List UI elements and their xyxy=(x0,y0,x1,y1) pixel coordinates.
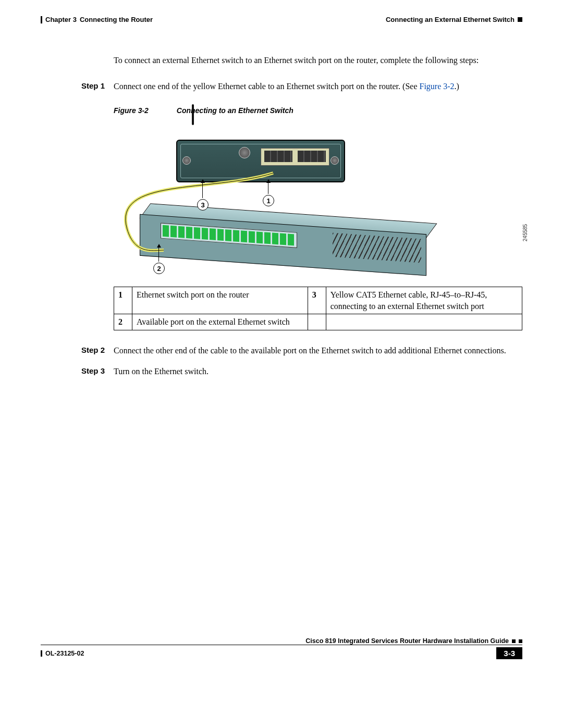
figure-xref[interactable]: Figure 3-2 xyxy=(419,82,454,91)
page-number: 3-3 xyxy=(496,647,522,659)
figure-title: Connecting to an Ethernet Switch xyxy=(177,106,293,115)
table-row: 2 Available port on the external Etherne… xyxy=(114,314,522,330)
legend-3-num: 3 xyxy=(308,287,326,314)
legend-1-num: 1 xyxy=(114,287,132,314)
legend-1-text: Ethernet switch port on the router xyxy=(132,287,308,314)
guide-title: Cisco 819 Integrated Services Router Har… xyxy=(305,637,509,645)
chapter-title: Connecting the Router xyxy=(80,16,153,23)
footer-rule xyxy=(41,645,522,645)
router-ports xyxy=(261,148,329,166)
chapter-label: Chapter 3 xyxy=(45,16,77,23)
figure-caption: Figure 3-2 Connecting to an Ethernet Swi… xyxy=(114,106,522,115)
ornament-square-icon xyxy=(519,639,522,643)
arrow-icon xyxy=(202,182,203,198)
step-1-label: Step 1 xyxy=(81,81,114,92)
step-3: Step 3 Turn on the Ethernet switch. xyxy=(81,366,522,377)
ornament-square-icon xyxy=(518,17,522,22)
table-row: 1 Ethernet switch port on the router 3 Y… xyxy=(114,287,522,314)
legend-2-num: 2 xyxy=(114,314,132,330)
ethernet-switch-device xyxy=(140,214,426,276)
legend-empty-text xyxy=(326,314,522,330)
intro-paragraph: To connect an external Ethernet switch t… xyxy=(114,55,522,66)
ornament-square-icon xyxy=(512,639,516,643)
ornament-bar-icon xyxy=(41,650,42,657)
legend-empty-num xyxy=(308,314,326,330)
callout-2: 2 xyxy=(153,263,165,274)
antenna-icon xyxy=(192,104,194,125)
page-header: Chapter 3 Connecting the Router Connecti… xyxy=(41,16,522,23)
step-3-label: Step 3 xyxy=(81,366,114,377)
legend-3-text: Yellow CAT5 Ethernet cable, RJ-45–to–RJ-… xyxy=(326,287,522,314)
arrow-icon xyxy=(158,247,159,262)
page-footer: Cisco 819 Integrated Services Router Har… xyxy=(41,637,522,659)
content-column: To connect an external Ethernet switch t… xyxy=(114,55,522,66)
step-2: Step 2 Connect the other end of the cabl… xyxy=(81,345,522,356)
ornament-bar-icon xyxy=(41,16,42,23)
section-title: Connecting an External Ethernet Switch xyxy=(386,16,515,23)
step-2-label: Step 2 xyxy=(81,345,114,356)
arrow-icon xyxy=(268,182,268,194)
figure-3-2: 1 3 2 245585 xyxy=(114,120,522,281)
header-right: Connecting an External Ethernet Switch xyxy=(386,16,522,23)
figure-legend-table: 1 Ethernet switch port on the router 3 Y… xyxy=(114,287,522,330)
screw-icon xyxy=(239,147,250,158)
image-number: 245585 xyxy=(522,224,528,241)
step-3-text: Turn on the Ethernet switch. xyxy=(114,366,522,377)
screw-icon xyxy=(182,156,191,165)
screw-icon xyxy=(331,156,339,165)
step-2-text: Connect the other end of the cable to th… xyxy=(114,345,522,356)
router-device xyxy=(176,140,345,182)
legend-2-text: Available port on the external Ethernet … xyxy=(132,314,308,330)
callout-1: 1 xyxy=(263,195,274,206)
step-1-text: Connect one end of the yellow Ethernet c… xyxy=(114,81,522,92)
doc-number: OL-23125-02 xyxy=(45,650,84,657)
figure-number: Figure 3-2 xyxy=(114,106,149,115)
header-left: Chapter 3 Connecting the Router xyxy=(41,16,153,23)
step-1: Step 1 Connect one end of the yellow Eth… xyxy=(81,81,522,92)
